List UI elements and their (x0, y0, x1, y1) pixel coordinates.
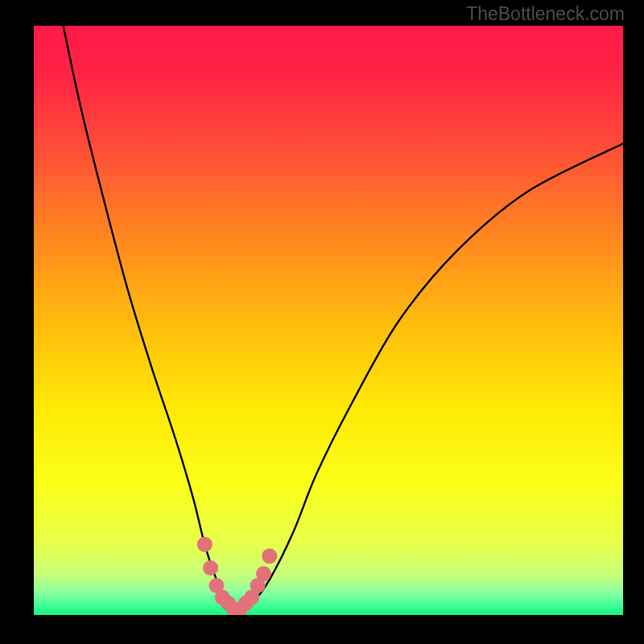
highlighted-range-markers (197, 537, 278, 615)
marker-dot (256, 566, 271, 581)
bottleneck-curve (64, 26, 623, 609)
marker-dot (203, 560, 218, 576)
marker-dot (262, 548, 277, 564)
curve-svg (34, 26, 623, 615)
chart-plot-area (34, 26, 623, 615)
marker-dot (197, 537, 213, 552)
watermark-text: TheBottleneck.com (466, 3, 625, 25)
